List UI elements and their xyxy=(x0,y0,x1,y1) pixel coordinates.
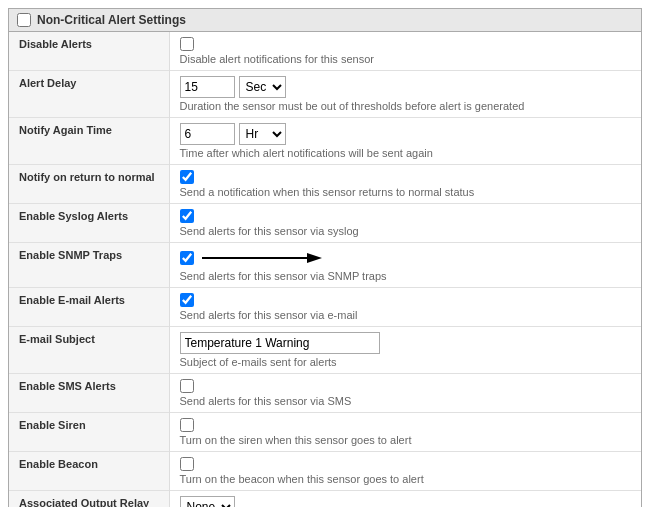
label-enable-email-alerts: Enable E-mail Alerts xyxy=(9,288,169,327)
label-enable-siren: Enable Siren xyxy=(9,413,169,452)
desc-notify-return-normal: Send a notification when this sensor ret… xyxy=(180,186,632,198)
checkbox-enable-sms-alerts[interactable] xyxy=(180,379,194,393)
checkbox-enable-siren[interactable] xyxy=(180,418,194,432)
checkbox-enable-syslog-alerts[interactable] xyxy=(180,209,194,223)
checkbox-enable-email-alerts[interactable] xyxy=(180,293,194,307)
value-enable-siren: Turn on the siren when this sensor goes … xyxy=(169,413,641,452)
table-row: E-mail SubjectSubject of e-mails sent fo… xyxy=(9,327,641,374)
svg-marker-1 xyxy=(307,253,322,263)
table-row: Enable Syslog AlertsSend alerts for this… xyxy=(9,204,641,243)
table-row: Enable BeaconTurn on the beacon when thi… xyxy=(9,452,641,491)
table-row: Notify Again TimeSecMinHrTime after whic… xyxy=(9,118,641,165)
value-alert-delay: SecMinHrDuration the sensor must be out … xyxy=(169,71,641,118)
table-row: Associated Output RelayNoneName of the o… xyxy=(9,491,641,508)
label-enable-syslog-alerts: Enable Syslog Alerts xyxy=(9,204,169,243)
desc-enable-email-alerts: Send alerts for this sensor via e-mail xyxy=(180,309,632,321)
desc-enable-sms-alerts: Send alerts for this sensor via SMS xyxy=(180,395,632,407)
value-notify-again-time: SecMinHrTime after which alert notificat… xyxy=(169,118,641,165)
value-email-subject: Subject of e-mails sent for alerts xyxy=(169,327,641,374)
table-row: Alert DelaySecMinHrDuration the sensor m… xyxy=(9,71,641,118)
table-row: Notify on return to normalSend a notific… xyxy=(9,165,641,204)
label-notify-return-normal: Notify on return to normal xyxy=(9,165,169,204)
arrow-icon xyxy=(202,248,322,268)
label-disable-alerts: Disable Alerts xyxy=(9,32,169,71)
panel-header-checkbox[interactable] xyxy=(17,13,31,27)
select-unit-alert-delay[interactable]: SecMinHr xyxy=(239,76,286,98)
desc-enable-siren: Turn on the siren when this sensor goes … xyxy=(180,434,632,446)
label-email-subject: E-mail Subject xyxy=(9,327,169,374)
value-enable-email-alerts: Send alerts for this sensor via e-mail xyxy=(169,288,641,327)
table-row: Enable E-mail AlertsSend alerts for this… xyxy=(9,288,641,327)
value-disable-alerts: Disable alert notifications for this sen… xyxy=(169,32,641,71)
select-associated-output-relay[interactable]: None xyxy=(180,496,235,507)
checkbox-disable-alerts[interactable] xyxy=(180,37,194,51)
panel-title: Non-Critical Alert Settings xyxy=(37,13,186,27)
value-associated-output-relay: NoneName of the output relay that can be… xyxy=(169,491,641,508)
checkbox-notify-return-normal[interactable] xyxy=(180,170,194,184)
checkbox-enable-beacon[interactable] xyxy=(180,457,194,471)
value-notify-return-normal: Send a notification when this sensor ret… xyxy=(169,165,641,204)
settings-table: Disable AlertsDisable alert notification… xyxy=(9,32,641,507)
desc-disable-alerts: Disable alert notifications for this sen… xyxy=(180,53,632,65)
desc-notify-again-time: Time after which alert notifications wil… xyxy=(180,147,632,159)
checkbox-enable-snmp-traps[interactable] xyxy=(180,251,194,265)
table-row: Enable SMS AlertsSend alerts for this se… xyxy=(9,374,641,413)
table-row: Disable AlertsDisable alert notification… xyxy=(9,32,641,71)
table-row: Enable SNMP TrapsSend alerts for this se… xyxy=(9,243,641,288)
label-enable-snmp-traps: Enable SNMP Traps xyxy=(9,243,169,288)
desc-alert-delay: Duration the sensor must be out of thres… xyxy=(180,100,632,112)
input-alert-delay[interactable] xyxy=(180,76,235,98)
desc-enable-syslog-alerts: Send alerts for this sensor via syslog xyxy=(180,225,632,237)
value-enable-syslog-alerts: Send alerts for this sensor via syslog xyxy=(169,204,641,243)
desc-email-subject: Subject of e-mails sent for alerts xyxy=(180,356,632,368)
non-critical-alert-settings-panel: Non-Critical Alert Settings Disable Aler… xyxy=(8,8,642,507)
label-associated-output-relay: Associated Output Relay xyxy=(9,491,169,508)
label-alert-delay: Alert Delay xyxy=(9,71,169,118)
value-enable-beacon: Turn on the beacon when this sensor goes… xyxy=(169,452,641,491)
label-notify-again-time: Notify Again Time xyxy=(9,118,169,165)
input-email-subject[interactable] xyxy=(180,332,380,354)
select-unit-notify-again-time[interactable]: SecMinHr xyxy=(239,123,286,145)
label-enable-beacon: Enable Beacon xyxy=(9,452,169,491)
value-enable-snmp-traps: Send alerts for this sensor via SNMP tra… xyxy=(169,243,641,288)
panel-header: Non-Critical Alert Settings xyxy=(9,9,641,32)
value-enable-sms-alerts: Send alerts for this sensor via SMS xyxy=(169,374,641,413)
desc-enable-snmp-traps: Send alerts for this sensor via SNMP tra… xyxy=(180,270,632,282)
table-row: Enable SirenTurn on the siren when this … xyxy=(9,413,641,452)
input-notify-again-time[interactable] xyxy=(180,123,235,145)
label-enable-sms-alerts: Enable SMS Alerts xyxy=(9,374,169,413)
desc-enable-beacon: Turn on the beacon when this sensor goes… xyxy=(180,473,632,485)
